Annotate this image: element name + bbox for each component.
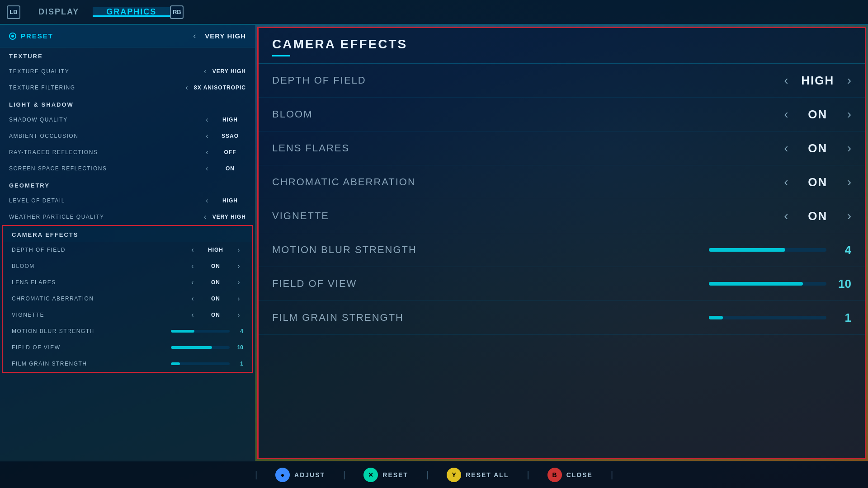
sq-arrow-left[interactable]: ‹ bbox=[203, 116, 212, 124]
lf-arrow-left[interactable]: ‹ bbox=[188, 278, 197, 286]
rp-bloom-value: ON bbox=[795, 108, 840, 122]
rp-fov-bar[interactable] bbox=[709, 282, 826, 286]
adjust-label: ADJUST bbox=[294, 471, 325, 479]
texture-section: TEXTURE TEXTURE QUALITY ‹ VERY HIGH TEXT… bbox=[0, 47, 255, 96]
vignette-value-left: ON bbox=[200, 312, 231, 318]
dof-row-left: DEPTH OF FIELD ‹ HIGH › bbox=[3, 242, 252, 258]
dof-label-left: DEPTH OF FIELD bbox=[12, 247, 188, 253]
rp-film-grain-bar[interactable] bbox=[709, 316, 826, 319]
camera-effects-header-left: CAMERA EFFECTS bbox=[3, 226, 252, 242]
preset-arrow-left[interactable]: ‹ bbox=[193, 31, 196, 41]
motion-blur-fill-left bbox=[171, 330, 194, 333]
rp-dof-arrow-left[interactable]: ‹ bbox=[784, 73, 788, 88]
fov-bar-left[interactable] bbox=[171, 346, 230, 349]
rp-vignette-row: VIGNETTE ‹ ON › bbox=[259, 199, 865, 233]
shadow-quality-row: SHADOW QUALITY ‹ HIGH bbox=[0, 112, 255, 128]
bloom-controls-left: ‹ ON › bbox=[188, 262, 243, 270]
rp-vignette-value: ON bbox=[795, 209, 840, 223]
separator-5: | bbox=[611, 469, 613, 480]
bloom-arrow-left[interactable]: ‹ bbox=[188, 262, 197, 270]
reset-all-action[interactable]: Y RESET ALL bbox=[447, 468, 509, 482]
texture-filtering-label: TEXTURE FILTERING bbox=[9, 84, 182, 91]
separator-3: | bbox=[426, 469, 429, 480]
rp-film-grain-value: 1 bbox=[833, 311, 851, 325]
rtr-arrow-left[interactable]: ‹ bbox=[203, 148, 212, 156]
rp-lens-flares-value: ON bbox=[795, 141, 840, 155]
chromatic-aberration-row-left: CHROMATIC ABERRATION ‹ ON › bbox=[3, 291, 252, 307]
motion-blur-bar-left[interactable] bbox=[171, 330, 230, 333]
ao-arrow-left[interactable]: ‹ bbox=[203, 132, 212, 140]
tab-graphics[interactable]: GRAPHICS bbox=[93, 7, 170, 17]
close-action[interactable]: B CLOSE bbox=[547, 468, 593, 482]
dof-arrow-left[interactable]: ‹ bbox=[188, 246, 197, 254]
right-panel-title: CAMERA EFFECTS bbox=[272, 37, 851, 52]
rp-lens-flares-arrow-left[interactable]: ‹ bbox=[784, 141, 788, 155]
close-btn-icon: B bbox=[547, 468, 562, 482]
rp-dof-arrow-right[interactable]: › bbox=[847, 73, 851, 88]
fov-slider-left: 10 bbox=[171, 344, 243, 351]
film-grain-bar-left[interactable] bbox=[171, 362, 230, 365]
right-panel-header: CAMERA EFFECTS bbox=[259, 28, 865, 64]
reset-btn-icon: ✕ bbox=[363, 468, 378, 482]
tq-arrow-left[interactable]: ‹ bbox=[201, 67, 210, 75]
rp-motion-blur-bar[interactable] bbox=[709, 248, 826, 252]
rp-fov-label: FIELD OF VIEW bbox=[272, 278, 709, 290]
rp-dof-value: HIGH bbox=[795, 74, 840, 88]
vignette-arrow-right[interactable]: › bbox=[234, 311, 243, 319]
top-nav: LB DISPLAY GRAPHICS RB bbox=[0, 0, 868, 25]
vignette-arrow-left[interactable]: ‹ bbox=[188, 311, 197, 319]
ssr-arrow-left[interactable]: ‹ bbox=[203, 164, 212, 173]
right-panel-divider bbox=[272, 55, 290, 56]
film-grain-slider-left: 1 bbox=[171, 361, 243, 367]
texture-quality-label: TEXTURE QUALITY bbox=[9, 68, 201, 75]
lb-button[interactable]: LB bbox=[7, 5, 20, 19]
lod-arrow-left[interactable]: ‹ bbox=[203, 197, 212, 205]
ambient-occlusion-value: SSAO bbox=[214, 133, 246, 139]
geometry-section: GEOMETRY LEVEL OF DETAIL ‹ HIGH WEATHER … bbox=[0, 177, 255, 225]
vignette-label-left: VIGNETTE bbox=[12, 312, 188, 318]
film-grain-fill-left bbox=[171, 362, 180, 365]
rp-lens-flares-arrow-right[interactable]: › bbox=[847, 141, 851, 155]
lf-arrow-right[interactable]: › bbox=[234, 278, 243, 286]
rp-ca-arrow-right[interactable]: › bbox=[847, 175, 851, 189]
dof-value-left: HIGH bbox=[200, 247, 231, 253]
rp-film-grain-label: FILM GRAIN STRENGTH bbox=[272, 312, 709, 324]
rp-dof-controls: ‹ HIGH › bbox=[784, 73, 851, 88]
rp-bloom-arrow-right[interactable]: › bbox=[847, 107, 851, 122]
rp-vignette-arrow-left[interactable]: ‹ bbox=[784, 209, 788, 223]
rp-vignette-controls: ‹ ON › bbox=[784, 209, 851, 223]
tf-arrow-left[interactable]: ‹ bbox=[182, 84, 191, 92]
rp-ca-arrow-left[interactable]: ‹ bbox=[784, 175, 788, 189]
wpq-arrow-left[interactable]: ‹ bbox=[201, 213, 210, 221]
rb-button[interactable]: RB bbox=[170, 5, 184, 19]
right-panel: CAMERA EFFECTS DEPTH OF FIELD ‹ HIGH › B… bbox=[257, 27, 866, 459]
lens-flares-value-left: ON bbox=[200, 279, 231, 286]
lens-flares-label-left: LENS FLARES bbox=[12, 279, 188, 286]
reset-all-label: RESET ALL bbox=[466, 471, 509, 479]
light-shadow-header: LIGHT & SHADOW bbox=[0, 96, 255, 112]
bloom-arrow-right[interactable]: › bbox=[234, 262, 243, 270]
lens-flares-controls-left: ‹ ON › bbox=[188, 278, 243, 286]
chromatic-aberration-value-left: ON bbox=[200, 296, 231, 302]
ca-arrow-right[interactable]: › bbox=[234, 295, 243, 303]
screen-space-value: ON bbox=[214, 165, 246, 172]
rp-motion-blur-row: MOTION BLUR STRENGTH 4 bbox=[259, 233, 865, 267]
tab-display[interactable]: DISPLAY bbox=[25, 7, 93, 17]
adjust-action[interactable]: ● ADJUST bbox=[275, 468, 325, 482]
chromatic-aberration-controls-left: ‹ ON › bbox=[188, 295, 243, 303]
reset-action[interactable]: ✕ RESET bbox=[363, 468, 408, 482]
fov-fill-left bbox=[171, 346, 212, 349]
ca-arrow-left[interactable]: ‹ bbox=[188, 295, 197, 303]
fov-label-left: FIELD OF VIEW bbox=[12, 344, 171, 351]
rp-bloom-arrow-left[interactable]: ‹ bbox=[784, 107, 788, 122]
texture-filtering-row: TEXTURE FILTERING ‹ 8X ANISOTROPIC bbox=[0, 80, 255, 96]
screen-space-controls: ‹ ON bbox=[203, 164, 246, 173]
fov-value-left: 10 bbox=[234, 344, 243, 351]
dof-arrow-right[interactable]: › bbox=[234, 246, 243, 254]
rp-chromatic-aberration-row: CHROMATIC ABERRATION ‹ ON › bbox=[259, 165, 865, 199]
texture-quality-row: TEXTURE QUALITY ‹ VERY HIGH bbox=[0, 63, 255, 80]
rp-vignette-arrow-right[interactable]: › bbox=[847, 209, 851, 223]
shadow-quality-controls: ‹ HIGH bbox=[203, 116, 246, 124]
shadow-quality-value: HIGH bbox=[214, 117, 246, 123]
texture-header: TEXTURE bbox=[0, 47, 255, 63]
